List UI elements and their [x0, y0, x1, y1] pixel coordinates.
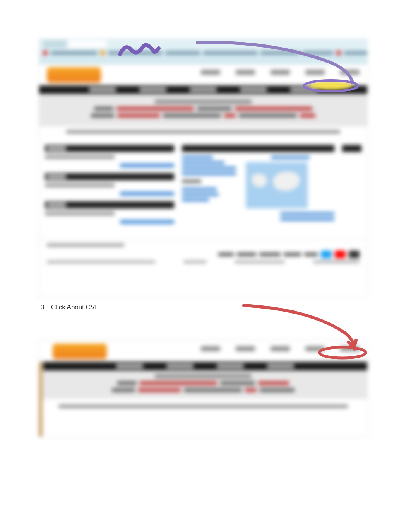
main-content: [39, 137, 367, 232]
tutorial-step-instruction: 3. Click About CVE.: [41, 304, 101, 311]
page-footer: [39, 239, 367, 267]
tutorial-step-screenshot-2: [39, 340, 368, 437]
annotation-arrow-to-about-cve: [240, 302, 364, 352]
world-map: [246, 162, 308, 208]
step-number: 3.: [41, 304, 46, 311]
annotation-circle-about-nav: [302, 79, 360, 93]
annotation-circle-about-cve: [317, 346, 368, 360]
step-instruction-text: Click About CVE.: [51, 304, 101, 311]
svg-point-0: [304, 80, 358, 91]
notice-banner: [39, 94, 367, 126]
cve-logo: [53, 344, 107, 359]
tutorial-step-screenshot-1: [39, 39, 368, 298]
notice-banner: [39, 370, 367, 399]
svg-point-1: [319, 347, 366, 358]
annotation-squiggle: [116, 39, 163, 58]
cve-logo: [47, 67, 101, 83]
